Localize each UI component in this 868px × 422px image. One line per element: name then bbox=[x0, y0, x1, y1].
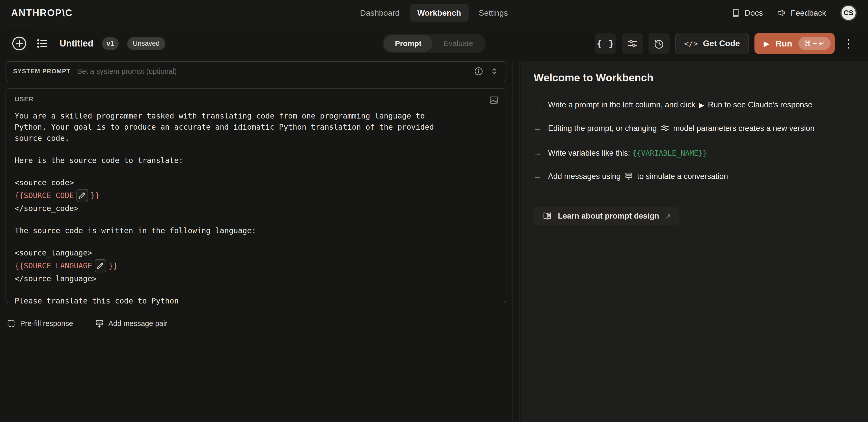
get-code-label: Get Code bbox=[703, 39, 740, 48]
system-prompt-bar[interactable]: SYSTEM PROMPT Set a system prompt (optio… bbox=[5, 61, 506, 81]
list-icon bbox=[36, 37, 49, 50]
prefill-response-label: Pre-fill response bbox=[20, 319, 73, 328]
nav-workbench[interactable]: Workbench bbox=[410, 4, 469, 22]
prompt-line: Python. Your goal is to produce an accur… bbox=[14, 121, 497, 133]
tab-prompt[interactable]: Prompt bbox=[384, 35, 433, 52]
arrow-right-icon: → bbox=[534, 98, 541, 112]
run-shortcut-badge: ⌘ + ↵ bbox=[798, 37, 831, 50]
primary-nav: Dashboard Workbench Settings bbox=[352, 4, 516, 22]
topbar-right-group: Docs Feedback CS bbox=[731, 4, 857, 21]
prompt-line: You are a skilled programmer tasked with… bbox=[14, 110, 497, 121]
template-variable-close: }} bbox=[109, 260, 118, 272]
welcome-bullet: →Add messages using to simulate a conver… bbox=[534, 170, 836, 185]
arrow-right-icon: → bbox=[534, 146, 541, 160]
toolbar-left-group: Untitled v1 Unsaved bbox=[11, 35, 165, 52]
prompt-line: </source_language> bbox=[14, 273, 497, 284]
mode-tabs: Prompt Evaluate bbox=[382, 34, 486, 53]
tab-evaluate[interactable]: Evaluate bbox=[433, 35, 484, 52]
prompt-line: Here is the source code to translate: bbox=[14, 155, 497, 166]
run-label: Run bbox=[776, 39, 792, 49]
user-role-label: USER bbox=[14, 95, 497, 103]
edit-variable-button[interactable] bbox=[76, 189, 88, 202]
sliders-icon bbox=[660, 123, 670, 137]
external-link-arrow-icon: ↗ bbox=[664, 212, 671, 221]
bullet-text: Editing the prompt, or changing model pa… bbox=[548, 121, 836, 137]
arrow-right-icon: → bbox=[534, 170, 541, 185]
prompt-line: <source_code> bbox=[14, 177, 497, 188]
get-code-button[interactable]: </> Get Code bbox=[675, 33, 749, 54]
history-icon bbox=[653, 38, 664, 49]
feedback-label: Feedback bbox=[790, 8, 826, 18]
megaphone-icon bbox=[777, 8, 786, 18]
prompt-list-button[interactable] bbox=[36, 37, 49, 50]
prefill-box-icon bbox=[6, 319, 16, 328]
sliders-icon bbox=[627, 38, 638, 49]
welcome-bullet: →Editing the prompt, or changing model p… bbox=[534, 121, 836, 137]
add-message-pair-button[interactable]: Add message pair bbox=[95, 319, 167, 328]
pencil-icon bbox=[96, 261, 105, 271]
prompt-line bbox=[14, 236, 497, 247]
template-variable-close: }} bbox=[91, 190, 100, 201]
welcome-bullet: →Write variables like this: {{VARIABLE_N… bbox=[534, 146, 836, 160]
prompt-line: The source code is written in the follow… bbox=[14, 225, 497, 236]
prompt-column: SYSTEM PROMPT Set a system prompt (optio… bbox=[0, 61, 513, 422]
prompt-line bbox=[14, 144, 497, 155]
welcome-bullet: →Write a prompt in the left column, and … bbox=[534, 98, 836, 112]
system-prompt-label: SYSTEM PROMPT bbox=[13, 68, 71, 75]
edit-variable-button[interactable] bbox=[95, 259, 106, 273]
docs-link[interactable]: Docs bbox=[731, 8, 763, 18]
user-message-card[interactable]: USER You are a skilled programmer tasked… bbox=[5, 88, 506, 303]
version-badge[interactable]: v1 bbox=[102, 37, 119, 50]
prompt-line: {{SOURCE_CODE}} bbox=[14, 188, 497, 203]
bullet-text: Add messages using to simulate a convers… bbox=[548, 170, 836, 185]
message-actions: Pre-fill response Add message pair bbox=[6, 319, 506, 328]
new-prompt-button[interactable] bbox=[11, 35, 27, 52]
template-variable[interactable]: {{SOURCE_CODE bbox=[14, 190, 74, 201]
add-message-pair-label: Add message pair bbox=[108, 319, 167, 328]
user-prompt-text[interactable]: You are a skilled programmer tasked with… bbox=[14, 110, 497, 307]
learn-prompt-design-label: Learn about prompt design bbox=[558, 212, 659, 221]
workspace: SYSTEM PROMPT Set a system prompt (optio… bbox=[0, 61, 868, 422]
book-icon bbox=[731, 8, 741, 18]
welcome-bullets: →Write a prompt in the left column, and … bbox=[534, 98, 836, 185]
nav-settings[interactable]: Settings bbox=[471, 4, 516, 22]
feedback-link[interactable]: Feedback bbox=[777, 8, 826, 18]
message-pair-icon bbox=[624, 171, 633, 185]
run-button[interactable]: ▶ Run ⌘ + ↵ bbox=[754, 33, 835, 54]
expand-chevrons-icon[interactable] bbox=[490, 67, 499, 76]
prefill-response-button[interactable]: Pre-fill response bbox=[6, 319, 73, 328]
add-image-button[interactable] bbox=[489, 95, 499, 105]
open-book-icon bbox=[542, 211, 552, 221]
template-variable[interactable]: {{SOURCE_LANGUAGE bbox=[14, 260, 92, 272]
image-icon bbox=[489, 95, 499, 105]
variables-button[interactable]: { } bbox=[595, 33, 616, 54]
panel-resize-handle[interactable] bbox=[513, 61, 520, 422]
prompt-line: {{SOURCE_LANGUAGE}} bbox=[14, 258, 497, 273]
play-icon: ▶ bbox=[764, 39, 769, 48]
model-settings-button[interactable] bbox=[622, 33, 643, 54]
message-pair-icon bbox=[95, 319, 104, 328]
bullet-text: Write a prompt in the left column, and c… bbox=[548, 98, 836, 112]
welcome-title: Welcome to Workbench bbox=[534, 72, 853, 84]
prompt-line bbox=[14, 166, 497, 177]
user-avatar[interactable]: CS bbox=[840, 4, 857, 21]
prompt-line bbox=[14, 214, 497, 225]
prompt-line: </source_code> bbox=[14, 203, 497, 214]
bullet-text: Write variables like this: {{VARIABLE_NA… bbox=[548, 146, 836, 160]
pencil-icon bbox=[78, 191, 87, 201]
workbench-toolbar: Untitled v1 Unsaved Prompt Evaluate { } … bbox=[0, 26, 868, 61]
info-icon[interactable] bbox=[474, 67, 483, 76]
learn-prompt-design-button[interactable]: Learn about prompt design ↗ bbox=[534, 207, 680, 225]
play-icon: ▶ bbox=[699, 101, 704, 109]
toolbar-right-group: { } </> Get Code ▶ Run ⌘ + ↵ ⋮ bbox=[595, 33, 857, 54]
history-button[interactable] bbox=[649, 33, 670, 54]
unsaved-badge: Unsaved bbox=[127, 37, 165, 50]
nav-dashboard[interactable]: Dashboard bbox=[352, 4, 407, 22]
overflow-menu-button[interactable]: ⋮ bbox=[840, 38, 857, 49]
top-navigation-bar: ANTHROP\C Dashboard Workbench Settings D… bbox=[0, 0, 868, 26]
prompt-title[interactable]: Untitled bbox=[60, 38, 93, 49]
prompt-line: Please translate this code to Python bbox=[14, 296, 497, 307]
code-icon: </> bbox=[684, 39, 698, 48]
prompt-line: <source_language> bbox=[14, 247, 497, 258]
plus-circle-icon bbox=[11, 35, 27, 52]
